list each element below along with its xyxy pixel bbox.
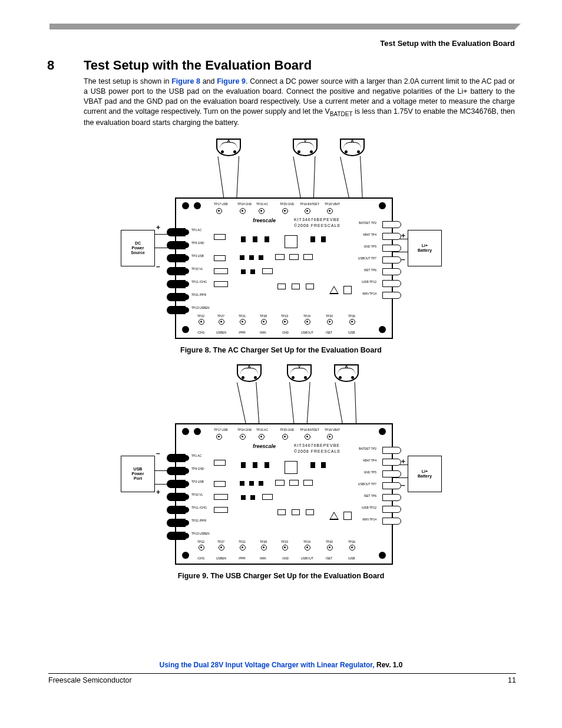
polarity-minus: –: [401, 481, 405, 489]
test-point: [282, 208, 288, 214]
component-icon: [310, 236, 315, 242]
tp-label: TP21: [239, 314, 246, 318]
pin-label: IUSB: [348, 556, 355, 560]
pin-label: /PPR: [239, 331, 246, 334]
lead-line: [256, 382, 259, 428]
tp-label: TP23: [281, 540, 288, 543]
section-number: 8: [47, 58, 84, 73]
figure8-link[interactable]: Figure 8: [171, 77, 200, 85]
jumper-icon: [303, 480, 313, 486]
pin-label: IMIN: [260, 556, 266, 560]
conn-label: IMIN TP14: [362, 292, 376, 295]
component-icon: [259, 255, 263, 260]
tp-label: TP15 AC: [256, 202, 268, 206]
test-point: [240, 319, 246, 325]
polarity-minus: –: [156, 262, 160, 271]
connector-iusb: [382, 506, 401, 513]
conn-label: BATDET TP2: [359, 447, 376, 450]
mounting-hole-icon: [194, 428, 201, 435]
copyright: ©2008 FREESCALE: [294, 449, 340, 453]
ammeter-right-icon: A: [340, 139, 365, 156]
footer-doc-rev: Rev. 1.0: [375, 661, 403, 669]
tp-label: TP20: [326, 314, 333, 318]
connector-usb: [167, 480, 186, 488]
conn-label: TP11 /CHG: [191, 280, 207, 284]
figure9-link[interactable]: Figure 9: [217, 77, 246, 85]
lead-line: [217, 156, 224, 203]
jumper-icon: [303, 254, 313, 260]
mounting-hole-icon: [182, 326, 189, 333]
crossed-box-icon: [343, 512, 352, 520]
body-paragraph: The test setup is shown in Figure 8 and …: [84, 77, 515, 128]
conn-label: TP3 USB: [191, 480, 204, 483]
conn-label: VBAT TP4: [363, 459, 376, 462]
test-point: [305, 319, 310, 325]
test-point: [349, 545, 355, 551]
pin-label: /PPR: [239, 556, 246, 560]
subscript: BATDET: [330, 110, 353, 117]
jumper-icon: [214, 234, 226, 240]
test-point: [282, 319, 288, 325]
connector-gnd: [167, 241, 186, 249]
tp-label: TP25 GND: [280, 202, 294, 206]
li-battery-box: Li+ Battery: [408, 456, 442, 492]
component-icon: [253, 462, 257, 468]
wire: [393, 477, 408, 478]
connector-usbout: [382, 256, 401, 263]
board-id: KIT34676BEPEVBE: [294, 218, 340, 222]
figure-8-diagram: A V A DC Power Source + – Li+ Battery + …: [116, 139, 446, 339]
test-point: [219, 545, 224, 551]
component-icon: [265, 236, 269, 242]
mounting-hole-icon: [182, 552, 189, 559]
connector-imin: [382, 292, 401, 299]
jumper-icon: [262, 268, 273, 274]
test-point: [305, 208, 310, 214]
tp-label: TP24 GND: [237, 202, 252, 206]
conn-label: TP1 AC: [191, 228, 201, 232]
figure-9-caption: Figure 9. The USB Charger Set Up for the…: [0, 572, 562, 580]
footer-doc-link[interactable]: Using the Dual 28V Input Voltage Charger…: [160, 661, 375, 669]
test-point: [240, 208, 246, 214]
pin-label: ISET: [326, 331, 332, 334]
tp-label: TP24 GND: [237, 428, 252, 431]
jumper-icon: [214, 507, 228, 513]
footer-rule: [48, 673, 516, 674]
figure-8: A V A DC Power Source + – Li+ Battery + …: [0, 139, 562, 354]
component-icon: [265, 462, 269, 468]
pin-label: IUSB: [348, 331, 355, 334]
test-point: [199, 545, 204, 551]
conn-label: USBOUT TP7: [358, 482, 376, 486]
connector-vbat: [382, 459, 401, 466]
warning-triangle-inner: [330, 513, 338, 519]
connector-vl: [167, 493, 186, 501]
conn-label: ISET TP6: [364, 494, 377, 498]
jumper-icon: [214, 281, 228, 287]
conn-label: TP10 VL: [191, 267, 203, 271]
polarity-plus: +: [156, 488, 160, 496]
warning-triangle-inner: [330, 287, 338, 293]
jumper-icon: [277, 509, 286, 515]
tp-label: TP15 AC: [256, 428, 268, 431]
figure-8-caption: Figure 8. The AC Charger Set Up for the …: [0, 346, 562, 354]
component-icon: [259, 481, 263, 486]
connector-ppr: [167, 293, 186, 301]
freescale-logo: freescale: [253, 443, 276, 449]
evaluation-board: TP17 USB TP24 GND TP15 AC TP25 GND TP16 …: [175, 423, 393, 565]
connector-ac: [167, 228, 186, 236]
connector-iusb: [382, 280, 401, 287]
tp-label: TP16 BATDET: [300, 202, 319, 206]
connector-chg: [167, 280, 186, 288]
component-icon: [240, 481, 244, 486]
tp-label: TP27: [217, 314, 224, 318]
tp-label: TP16 BATDET: [300, 428, 319, 431]
tp-label: TP22: [197, 540, 204, 543]
tp-label: TP25 GND: [280, 428, 294, 431]
board-id: KIT34676BEPEVBE: [294, 443, 340, 447]
freescale-logo: freescale: [253, 218, 276, 223]
tp-label: TP19: [303, 314, 310, 318]
test-point: [261, 319, 267, 325]
test-point: [327, 208, 333, 214]
test-point: [282, 434, 288, 440]
connector-usben: [167, 532, 186, 540]
jumper-icon: [214, 255, 226, 261]
